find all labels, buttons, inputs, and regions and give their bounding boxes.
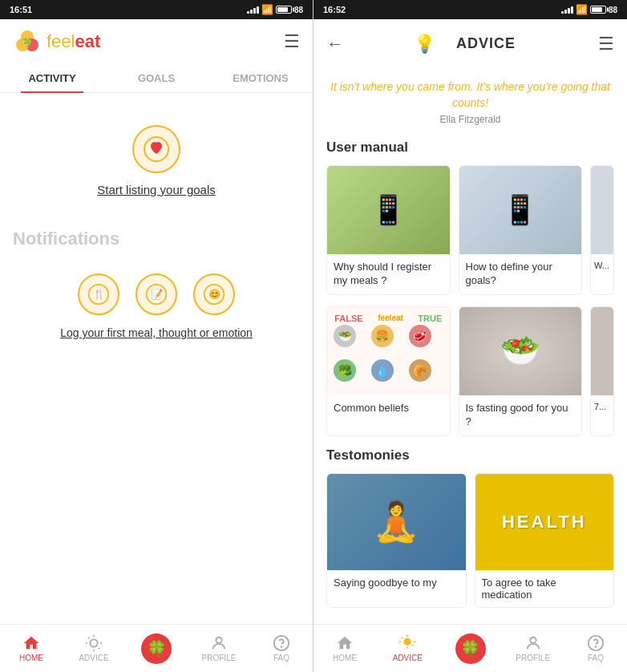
left-screen: 16:51 📶 88 🍀 [0,0,314,672]
card-partial: W... [590,165,614,295]
header-center: 💡 ADVICE [414,27,528,60]
faq-icon-left [273,634,290,652]
time-left: 16:51 [10,5,32,14]
person-emoji: 🧘 [372,500,420,544]
partial-card-label-2: 7... [591,395,613,418]
logo-icon: 🍀 [13,27,42,56]
nav-advice-right[interactable]: ADVICE [376,625,439,672]
card-common-beliefs[interactable]: FALSE feeleat TRUE 🥗 🍔 🥩 🥦 💧 🥐 Common be… [326,306,451,436]
tab-emotions[interactable]: EMOTIONS [208,64,313,92]
card-image-fasting: 🥗 [459,307,582,395]
right-screen: 16:52 📶 88 ← 💡 ADVICE ☰ It isn't where y… [314,0,627,672]
nav-profile-right[interactable]: PROFILE [502,625,564,672]
card-label-common-beliefs: Common beliefs [327,395,450,422]
quote-text: It isn't where you came from. It's where… [330,79,611,111]
profile-icon-left [210,634,228,652]
tab-bar-left: ACTIVITY GOALS EMOTIONS [0,64,313,93]
svg-text:🍴: 🍴 [93,288,106,301]
battery-level-right: 88 [609,6,617,14]
clover-icon-right: 🍀 [455,634,486,664]
advice-icon-right [398,634,416,652]
meal-icon: 🍴 [87,283,110,306]
wifi-icon-right: 📶 [576,4,588,15]
status-icons-right: 📶 88 [561,4,617,15]
faq-icon-right [587,634,605,652]
profile-icon-right [524,634,542,652]
goal-icon [132,125,180,173]
page-title: ADVICE [443,27,528,60]
nav-clover-right[interactable]: 🍀 [439,625,501,672]
testimony-card-1[interactable]: 🧘 Saying goodbye to my [326,473,467,608]
signal-icon-right [561,6,573,14]
thought-icon-circle: 📝 [136,273,177,315]
partial-card-image-2 [591,307,613,395]
card-fasting[interactable]: 🥗 Is fasting good for you ? [459,306,583,436]
card-image-register-meals: 📱 [327,166,450,254]
nav-home-left[interactable]: HOME [0,625,63,672]
tab-activity[interactable]: ACTIVITY [0,64,104,92]
wifi-icon: 📶 [261,4,273,15]
nav-profile-label-right: PROFILE [516,654,550,662]
quote-author: Ella Fitzgerald [330,114,611,125]
battery-icon [276,6,292,14]
menu-button-right[interactable]: ☰ [598,34,614,55]
svg-text:📝: 📝 [151,288,164,301]
card-partial-2: 7... [590,306,614,436]
start-goals-link[interactable]: Start listing your goals [97,183,216,196]
nav-clover-left[interactable]: 🍀 [125,625,188,672]
svg-line-26 [412,645,413,646]
advice-icon-left [85,634,103,652]
card-label-define-goals: How to define your goals? [459,254,582,294]
notifications-title: Notifications [13,229,300,249]
svg-point-19 [216,638,221,643]
partial-card-label: W... [591,254,613,277]
thought-icon: 📝 [145,283,168,306]
partial-card-image [591,166,613,254]
signal-icon [247,6,259,14]
nav-profile-left[interactable]: PROFILE [188,625,250,672]
nav-profile-label-left: PROFILE [202,654,237,662]
svg-point-22 [405,639,411,645]
log-section: 🍴 📝 😊 Log your first meal, thought [13,257,300,355]
card-image-common-beliefs: FALSE feeleat TRUE 🥗 🍔 🥩 🥦 💧 🥐 [327,307,450,395]
card-define-goals[interactable]: 📱 How to define your goals? [459,165,583,295]
svg-line-16 [99,648,99,649]
testimony-cards: 🧘 Saying goodbye to my HEALTH To agree t… [326,473,614,608]
testimony-card-2[interactable]: HEALTH To agree to take medication [475,473,615,608]
card-image-define-goals: 📱 [459,166,582,254]
menu-button-left[interactable]: ☰ [284,31,300,52]
nav-advice-left[interactable]: ADVICE [63,625,125,672]
clover-icon-left: 🍀 [141,634,172,664]
card-register-meals[interactable]: 📱 Why should I register my meals ? [326,165,451,295]
log-icons: 🍴 📝 😊 [78,273,235,315]
status-icons-left: 📶 88 [247,4,303,15]
logo-text: feeleat [47,31,100,52]
user-manual-title: User manual [326,140,614,156]
svg-line-15 [88,638,89,638]
battery-level-left: 88 [294,6,303,14]
health-word: HEALTH [502,512,587,532]
log-link[interactable]: Log your first meal, thought or emotion [60,326,253,339]
tab-goals[interactable]: GOALS [104,64,208,92]
top-bar-right: ← 💡 ADVICE ☰ [314,19,627,68]
svg-point-31 [595,646,596,647]
time-right: 16:52 [323,5,346,14]
nav-advice-label-right: ADVICE [393,654,423,662]
goals-section: Start listing your goals [13,109,300,213]
nav-faq-label-left: FAQ [273,654,289,662]
nav-home-right[interactable]: HOME [314,625,376,672]
home-icon-left [22,634,40,652]
testimony-label-2: To agree to take medication [475,570,614,607]
back-button[interactable]: ← [326,34,344,55]
bottom-nav-left: HOME ADVICE 🍀 PROFILE [0,624,313,672]
svg-text:😊: 😊 [208,288,221,301]
nav-faq-right[interactable]: FAQ [564,625,627,672]
heart-goal-icon [144,136,169,162]
nav-faq-left[interactable]: FAQ [250,625,313,672]
emotion-icon: 😊 [203,283,225,306]
left-content: Start listing your goals Notifications 🍴… [0,93,313,624]
nav-faq-label-right: FAQ [588,654,604,662]
right-content: User manual 📱 Why should I register my m… [314,132,627,624]
emotion-icon-circle: 😊 [193,273,235,315]
svg-point-12 [90,639,97,646]
